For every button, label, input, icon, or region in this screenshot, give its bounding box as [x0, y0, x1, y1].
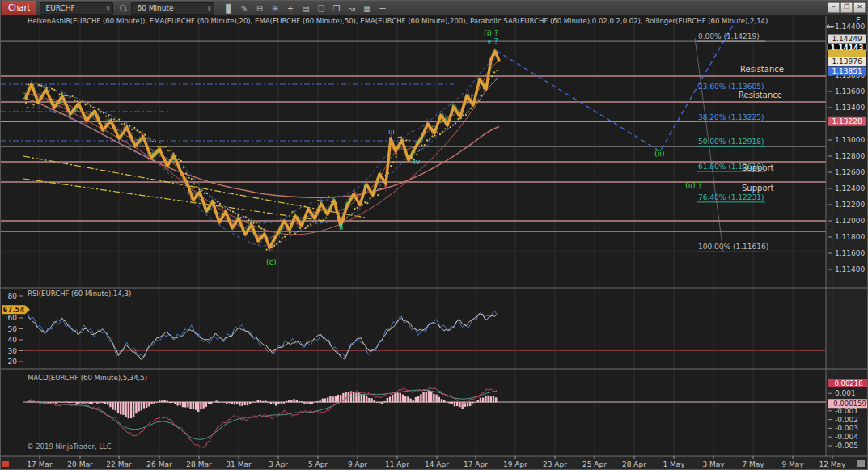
back-arrow-icon[interactable]: ← [826, 20, 835, 32]
price-marker-label: 1.14249 [832, 35, 862, 43]
date-label: 9 May [781, 460, 804, 468]
rsi-tick-label: 30 [8, 347, 18, 355]
date-label: 5 Apr [308, 460, 328, 468]
date-label: 26 Mar [146, 460, 172, 468]
date-label: 28 Apr [622, 460, 646, 468]
date-label: 11 Apr [385, 460, 409, 468]
date-label: 31 Mar [226, 460, 252, 468]
close-button[interactable]: ✕ [853, 2, 866, 13]
restore-button[interactable]: ❐ [840, 2, 853, 13]
rsi-value-marker-label: 67.54 [3, 306, 25, 314]
date-label: 23 Apr [543, 460, 567, 468]
date-label: 14 Apr [425, 460, 449, 468]
date-label: 17 Mar [27, 460, 53, 468]
draw-icon[interactable]: ✎ [236, 4, 252, 13]
chart-canvas: 0.00% (1.14219)23.60% (1.13605)38.20% (1… [1, 1, 868, 470]
price-tick-label: 1.11400 [835, 265, 865, 273]
axis-corner-label: F [856, 16, 861, 25]
chart-window: Chart EURCHF ∨ 60 Minute ∨ ▊✎⊖⊕+▤❏❐↝▦☰ –… [0, 0, 868, 470]
grid-icon[interactable]: ▦ [359, 4, 375, 13]
macd-label: MACD(EURCHF (60 Minute),5,34,5) [28, 374, 147, 382]
rsi-tick-label: 60 [8, 314, 18, 322]
date-label: 17 Apr [464, 460, 488, 468]
instrument-selector[interactable]: EURCHF ∨ [40, 2, 113, 15]
date-label: 12 May [819, 460, 847, 468]
chevron-down-icon: ∨ [207, 3, 212, 14]
chevron-down-icon: ∨ [106, 3, 111, 14]
macd-tick-label: -0.003 [835, 424, 858, 432]
interval-value: 60 Minute [137, 3, 173, 14]
date-label: 3 May [702, 460, 725, 468]
date-label: 20 Mar [67, 460, 93, 468]
connection-status-indicator [2, 461, 9, 467]
zoom-in-icon[interactable]: ⊕ [267, 4, 282, 13]
date-label: 1 May [663, 460, 685, 468]
rsi-tick-label: 40 [8, 336, 18, 344]
macd-marker-label: -0.000159 [831, 400, 866, 408]
crosshair-icon[interactable]: + [282, 4, 298, 13]
macd-marker-label: 0.00218 [834, 379, 862, 387]
macd-tick-label: -0.002 [835, 416, 858, 424]
chart-plot-area[interactable] [23, 15, 826, 456]
toolbar-icons: ▊✎⊖⊕+▤❏❐↝▦☰ [221, 4, 390, 13]
price-tick-label: 1.12200 [835, 201, 865, 209]
window-controls: –❐✕ [828, 2, 866, 13]
date-label: 19 Apr [503, 460, 527, 468]
date-label: 7 May [742, 460, 764, 468]
minimize-button[interactable]: – [828, 2, 840, 13]
price-marker-label: 1.13976 [832, 57, 862, 66]
instrument-value: EURCHF [45, 3, 74, 14]
price-tick-label: 1.12600 [835, 168, 865, 176]
macd-tick-label: -0.004 [835, 433, 858, 441]
price-marker-label: 1.13851 [832, 67, 862, 75]
properties-icon[interactable]: ☰ [375, 4, 390, 13]
date-label: 25 Apr [582, 460, 607, 468]
chart-tab[interactable]: Chart [2, 1, 36, 15]
trend-channel-icon[interactable]: ↝ [344, 4, 359, 13]
rsi-tick-label: 80 [8, 292, 18, 300]
new-order-icon[interactable]: ▤ [298, 4, 313, 13]
rsi-tick-label: 20 [8, 358, 18, 366]
rsi-label: RSI(EURCHF (60 Minute),14,3) [28, 290, 131, 298]
indicator-label: HeikenAshi8(EURCHF (60 Minute)), EMA(EUR… [28, 17, 768, 25]
date-label: 9 Apr [348, 460, 367, 468]
price-tick-label: 1.13400 [835, 104, 865, 112]
copyright-label: © 2019 NinjaTrader, LLC [27, 442, 112, 451]
price-tick-label: 1.11800 [835, 233, 865, 241]
toolbar: Chart EURCHF ∨ 60 Minute ∨ ▊✎⊖⊕+▤❏❐↝▦☰ –… [1, 1, 867, 16]
data-box-icon[interactable]: ❏ [313, 4, 328, 13]
price-tick-label: 1.11600 [835, 249, 865, 257]
zoom-out-icon[interactable]: ⊖ [252, 4, 267, 13]
macd-tick-label: -0.001 [835, 407, 858, 415]
new-window-icon[interactable]: ❐ [328, 4, 344, 13]
price-tick-label: 1.13600 [835, 87, 865, 95]
date-label: 3 Apr [269, 460, 288, 468]
price-tick-label: 1.12400 [835, 184, 865, 193]
price-tick-label: 1.12800 [835, 152, 865, 160]
macd-tick-label: 0.001 [835, 389, 856, 397]
macd-tick-label: -0.005 [835, 442, 858, 450]
price-marker-label: 1.13228 [832, 117, 862, 125]
magnifier-handle [125, 9, 129, 12]
chart-style-icon[interactable]: ▊ [221, 4, 236, 13]
resize-grip[interactable] [857, 460, 865, 467]
search-icon[interactable] [118, 3, 128, 13]
interval-selector[interactable]: 60 Minute ∨ [131, 2, 214, 15]
date-label: 28 Mar [186, 460, 212, 468]
price-tick-label: 1.12000 [835, 217, 865, 225]
price-tick-label: 1.13000 [835, 136, 865, 144]
date-label: 22 Mar [106, 460, 132, 468]
rsi-tick-label: 50 [8, 325, 18, 333]
